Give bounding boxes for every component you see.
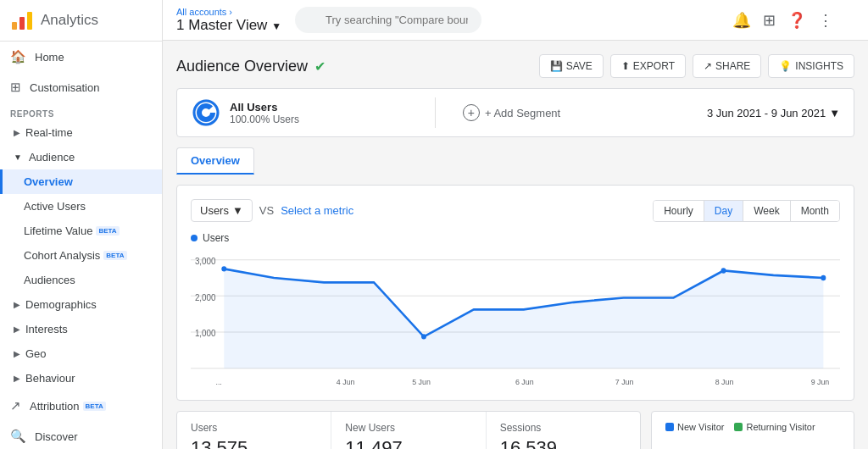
notification-icon[interactable]: 🔔 [732,11,751,30]
behaviour-label: Behaviour [25,372,75,385]
sidebar-item-audience[interactable]: ▼ Audience [0,145,162,169]
sidebar-item-cohort-analysis[interactable]: Cohort Analysis BETA [0,243,162,268]
export-icon: ⬆ [621,60,630,72]
breadcrumb[interactable]: All accounts › [176,7,290,17]
stat-sessions-label: Sessions [500,422,626,434]
time-buttons: Hourly Day Week Month [653,200,840,222]
all-users-segment: All Users 100.00% Users [191,97,436,128]
sidebar-item-discover[interactable]: 🔍 Discover [0,421,162,449]
sidebar-item-overview[interactable]: Overview [0,169,162,194]
all-users-info: All Users 100.00% Users [230,101,299,125]
topbar-nav: All accounts › 1 Master View ▼ [176,7,295,34]
page-title: Audience Overview ✔ [176,58,326,75]
date-range-selector[interactable]: 3 Jun 2021 - 9 Jun 2021 ▼ [707,107,840,119]
add-segment-button[interactable]: + + Add Segment [449,104,693,121]
time-btn-week[interactable]: Week [743,201,790,221]
save-icon: 💾 [550,60,563,72]
pie-chart-section: New Visitor Returning Visitor [651,411,854,449]
export-button[interactable]: ⬆ EXPORT [610,54,686,78]
sidebar-item-customisation[interactable]: ⊞ Customisation [0,72,162,103]
demographics-arrow-icon: ▶ [14,300,20,309]
tab-overview[interactable]: Overview [176,147,254,175]
geo-label: Geo [25,347,47,360]
all-users-circle-chart [191,97,221,128]
realtime-label: Real-time [25,126,73,139]
pie-chart: 78.1% 21.9% [685,439,821,449]
metric-dropdown-arrow: ▼ [232,204,243,217]
more-icon[interactable]: ⋮ [818,11,833,30]
breadcrumb-link[interactable]: All accounts › [176,7,232,17]
customisation-icon: ⊞ [10,80,21,95]
tab-bar: Overview [176,147,854,175]
customisation-label: Customisation [30,81,99,94]
share-button[interactable]: ↗ SHARE [693,54,761,78]
time-btn-hourly[interactable]: Hourly [654,201,704,221]
svg-text:8 Jun: 8 Jun [715,378,734,386]
stat-new-users-value: 11,497 [345,437,471,449]
svg-rect-1 [19,17,25,30]
search-input[interactable] [295,7,481,33]
overview-label: Overview [24,175,73,188]
behaviour-arrow-icon: ▶ [14,374,20,383]
svg-point-15 [421,334,426,339]
all-users-pct: 100.00% Users [230,114,299,125]
chart-controls: Users ▼ VS Select a metric Hourly Day We… [191,199,840,222]
svg-text:4 Jun: 4 Jun [337,378,355,386]
topbar-icons: 🔔 ⊞ ❓ ⋮ [732,11,833,30]
stats-row-1: Users 13,575 New Users 11,497 [176,411,641,449]
header-actions: 💾 SAVE ⬆ EXPORT ↗ SHARE 💡 INSIGHTS [539,54,854,78]
share-icon: ↗ [704,60,712,72]
svg-text:1,000: 1,000 [195,329,216,338]
sidebar-item-attribution[interactable]: ↗ Attribution BETA [0,391,162,421]
all-users-name: All Users [230,101,299,114]
demographics-label: Demographics [25,298,97,311]
check-icon: ✔ [314,58,326,75]
svg-text:2,000: 2,000 [195,292,216,302]
audiences-label: Audiences [24,274,75,286]
sidebar-item-active-users[interactable]: Active Users [0,194,162,219]
stat-sessions-value: 16,539 [500,437,626,449]
sidebar-item-realtime[interactable]: ▶ Real-time [0,120,162,145]
time-btn-month[interactable]: Month [791,201,839,221]
metric-selector: Users ▼ VS Select a metric [191,199,353,222]
active-users-label: Active Users [24,200,86,213]
grid-icon[interactable]: ⊞ [763,11,776,30]
save-button[interactable]: 💾 SAVE [539,54,604,78]
segment-bar: All Users 100.00% Users + + Add Segment … [176,88,854,137]
svg-rect-2 [27,12,32,30]
svg-text:3,000: 3,000 [195,257,216,266]
sidebar-item-interests[interactable]: ▶ Interests [0,317,162,341]
stat-new-users: New Users 11,497 [331,412,486,449]
sidebar-item-geo[interactable]: ▶ Geo [0,341,162,366]
reports-section-label: REPORTS [0,103,162,120]
svg-text:9 Jun: 9 Jun [811,378,830,386]
attribution-icon: ↗ [10,398,21,413]
main-content: Audience Overview ✔ 💾 SAVE ⬆ EXPORT ↗ SH… [163,41,868,449]
sidebar-item-home[interactable]: 🏠 Home [0,42,162,72]
sidebar-item-demographics[interactable]: ▶ Demographics [0,292,162,317]
audience-label: Audience [29,151,75,164]
sidebar-item-lifetime-value[interactable]: Lifetime Value BETA [0,219,162,243]
home-icon: 🏠 [10,49,26,64]
view-selector[interactable]: 1 Master View ▼ [176,17,281,34]
select-metric-link[interactable]: Select a metric [281,204,353,217]
chart-container: 3,000 2,000 1,000 ... 4 Jun 5 Jun 6 Jun … [191,251,840,386]
sidebar: Analytics 🏠 Home ⊞ Customisation REPORTS… [0,0,163,449]
bottom-area: Users 13,575 New Users 11,497 [176,411,854,449]
vs-label: VS [259,204,274,217]
date-range-dropdown-icon: ▼ [829,107,840,119]
chart-label: Users [191,232,840,244]
help-icon[interactable]: ❓ [787,11,806,30]
pie-chart-wrapper: 78.1% 21.9% [665,439,840,449]
sidebar-item-audiences[interactable]: Audiences [0,268,162,292]
time-btn-day[interactable]: Day [704,201,743,221]
svg-text:7 Jun: 7 Jun [615,378,634,386]
insights-button[interactable]: 💡 INSIGHTS [768,54,854,78]
topbar: All accounts › 1 Master View ▼ 🔍 🔔 ⊞ ❓ ⋮ [163,0,868,41]
svg-point-14 [221,266,226,271]
lifetime-value-label: Lifetime Value [24,224,92,237]
metric-dropdown[interactable]: Users ▼ [191,199,253,222]
attribution-beta-badge: BETA [83,402,106,411]
search-wrapper: 🔍 [295,7,719,33]
sidebar-item-behaviour[interactable]: ▶ Behaviour [0,366,162,391]
